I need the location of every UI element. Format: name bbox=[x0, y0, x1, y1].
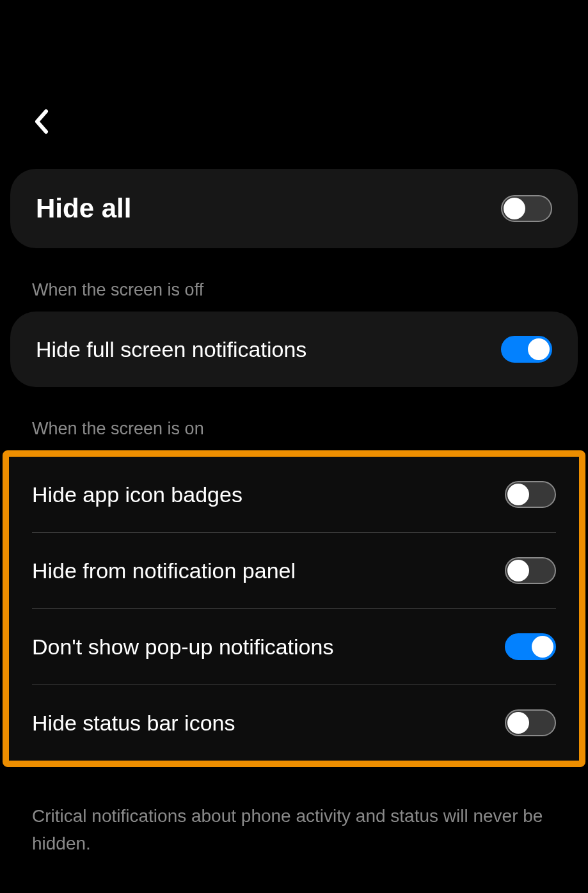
hide-all-row[interactable]: Hide all bbox=[10, 169, 578, 248]
footer-note: Critical notifications about phone activ… bbox=[0, 767, 588, 871]
no-popup-label: Don't show pop-up notifications bbox=[32, 635, 333, 660]
hide-badges-label: Hide app icon badges bbox=[32, 482, 242, 507]
no-popup-row[interactable]: Don't show pop-up notifications bbox=[9, 609, 579, 684]
highlighted-settings-group: Hide app icon badges Hide from notificat… bbox=[3, 450, 585, 767]
hide-full-screen-row[interactable]: Hide full screen notifications bbox=[10, 312, 578, 387]
hide-full-screen-label: Hide full screen notifications bbox=[36, 337, 306, 362]
hide-panel-toggle[interactable] bbox=[505, 557, 556, 584]
hide-status-toggle[interactable] bbox=[505, 709, 556, 736]
hide-status-row[interactable]: Hide status bar icons bbox=[9, 685, 579, 761]
back-icon[interactable] bbox=[32, 109, 50, 137]
hide-panel-label: Hide from notification panel bbox=[32, 558, 296, 583]
section-screen-on-label: When the screen is on bbox=[0, 400, 588, 450]
hide-full-screen-toggle[interactable] bbox=[501, 336, 552, 363]
hide-badges-row[interactable]: Hide app icon badges bbox=[9, 457, 579, 532]
hide-all-label: Hide all bbox=[36, 193, 131, 224]
hide-badges-toggle[interactable] bbox=[505, 481, 556, 508]
section-screen-off-label: When the screen is off bbox=[0, 261, 588, 312]
no-popup-toggle[interactable] bbox=[505, 633, 556, 660]
hide-all-toggle[interactable] bbox=[501, 195, 552, 222]
hide-status-label: Hide status bar icons bbox=[32, 711, 235, 736]
hide-panel-row[interactable]: Hide from notification panel bbox=[9, 533, 579, 608]
